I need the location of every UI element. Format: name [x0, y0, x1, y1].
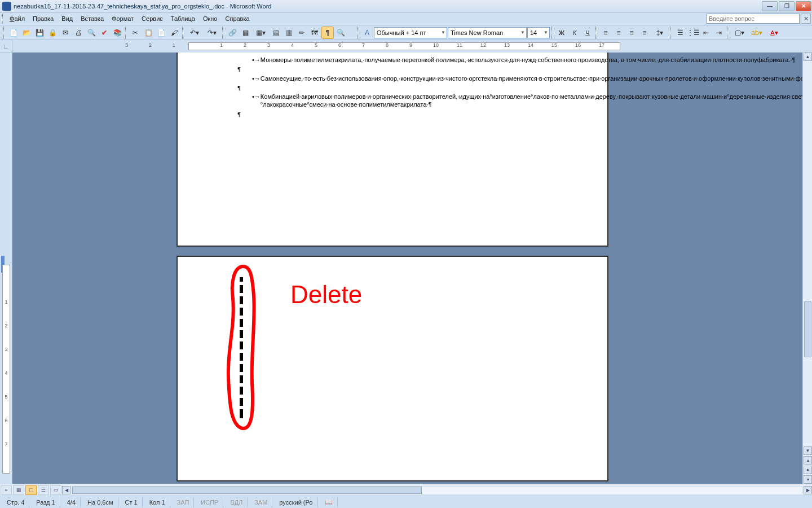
italic-button[interactable]: К [568, 27, 581, 39]
svg-rect-9 [240, 372, 243, 375]
bullets-button[interactable]: ⋮☰ [687, 27, 699, 39]
size-combo[interactable]: 14▼ [527, 27, 550, 38]
status-line[interactable]: Ст 1 [121, 497, 143, 507]
menu-edit[interactable]: Правка [29, 14, 58, 24]
drawing-button[interactable]: ✏ [295, 27, 308, 39]
status-page[interactable]: Стр. 4 [2, 497, 29, 507]
borders-button[interactable]: ▢▾ [731, 27, 748, 39]
vertical-scrollbar[interactable]: ▲ ▼ ▴ ● ▾ [802, 52, 812, 484]
svg-rect-1 [240, 282, 243, 285]
next-page-button[interactable]: ▾ [804, 475, 812, 484]
close-button[interactable]: ✕ [796, 1, 811, 11]
doc-paragraph[interactable]: Комбинацией·акриловых·полимеров·и·органи… [261, 93, 802, 109]
highlight-button[interactable]: ab▾ [748, 27, 765, 39]
align-center-button[interactable]: ≡ [612, 27, 625, 39]
doc-close-button[interactable]: ✕ [801, 14, 811, 24]
status-pages[interactable]: 4/4 [63, 497, 81, 507]
indent-button[interactable]: ⇥ [713, 27, 725, 39]
help-search-input[interactable] [707, 14, 800, 24]
new-doc-button[interactable]: 📄 [7, 27, 20, 39]
page-previous[interactable]: •→Мономеры·полиметилметакрилата,·получае… [176, 52, 608, 247]
status-ovr[interactable]: ЗАМ [250, 497, 272, 507]
annotation-overlay: Delete [223, 265, 268, 435]
reading-view-button[interactable]: ▭ [50, 485, 61, 495]
vertical-ruler[interactable]: 1234567 [0, 52, 12, 484]
doc-paragraph[interactable]: Мономеры·полиметилметакрилата,·получаемы… [261, 56, 796, 64]
format-painter-button[interactable]: 🖌 [168, 27, 180, 39]
permission-button[interactable]: 🔒 [46, 27, 59, 39]
prev-page-button[interactable]: ▴ [804, 456, 812, 465]
menu-window[interactable]: Окно [199, 14, 222, 24]
normal-view-button[interactable]: ≡ [1, 485, 12, 495]
tables-borders-button[interactable]: ▦ [239, 27, 251, 39]
align-justify-button[interactable]: ≡ [638, 27, 651, 39]
numbering-button[interactable]: ☰ [674, 27, 686, 39]
status-col[interactable]: Кол 1 [145, 497, 170, 507]
styles-pane-button[interactable]: A [361, 27, 373, 39]
align-right-button[interactable]: ≡ [625, 27, 638, 39]
bold-button[interactable]: Ж [555, 27, 568, 39]
scroll-down-button[interactable]: ▼ [804, 446, 812, 455]
hscroll-right-button[interactable]: ▶ [804, 486, 812, 494]
hscroll-thumb[interactable] [72, 487, 422, 494]
print-view-button[interactable]: ▢ [25, 485, 37, 495]
menu-table[interactable]: Таблица [167, 14, 199, 24]
hscroll-track[interactable] [72, 486, 802, 494]
undo-button[interactable]: ↶▾ [186, 27, 203, 39]
pilcrow-mark: ¶ [237, 84, 581, 91]
research-button[interactable]: 📚 [111, 27, 123, 39]
outdent-button[interactable]: ⇤ [700, 27, 712, 39]
web-view-button[interactable]: ▦ [13, 485, 24, 495]
hscroll-left-button[interactable]: ◀ [62, 486, 70, 494]
scroll-up-button[interactable]: ▲ [804, 52, 812, 61]
pilcrow-button[interactable]: ¶ [321, 27, 334, 39]
status-ext[interactable]: ВДЛ [226, 497, 248, 507]
menu-insert[interactable]: Вставка [77, 14, 108, 24]
spell-button[interactable]: ✔ [98, 27, 111, 39]
open-button[interactable]: 📂 [20, 27, 33, 39]
status-spellcheck-icon[interactable]: 📖 [320, 497, 338, 507]
page-current[interactable]: Delete [176, 256, 608, 481]
svg-rect-10 [240, 383, 243, 387]
status-section[interactable]: Разд 1 [32, 497, 60, 507]
columns-button[interactable]: ▥ [283, 27, 295, 39]
mail-button[interactable]: ✉ [59, 27, 72, 39]
line-spacing-button[interactable]: ‡▾ [651, 27, 668, 39]
document-canvas[interactable]: •→Мономеры·полиметилметакрилата,·получае… [12, 52, 802, 484]
copy-button[interactable]: 📋 [142, 27, 155, 39]
horizontal-ruler[interactable]: 3211234567891011121314151617 [12, 40, 812, 52]
status-lang[interactable]: русский (Ро [275, 497, 317, 507]
minimize-button[interactable]: — [762, 1, 778, 11]
insert-table-button[interactable]: ▦▾ [252, 27, 269, 39]
align-left-button[interactable]: ≡ [599, 27, 612, 39]
font-combo[interactable]: Times New Roman▼ [448, 27, 527, 38]
menu-file[interactable]: Файл [6, 14, 29, 24]
status-rec[interactable]: ЗАП [173, 497, 195, 507]
preview-button[interactable]: 🔍 [85, 27, 98, 39]
menu-format[interactable]: Формат [108, 14, 138, 24]
redo-button[interactable]: ↷▾ [204, 27, 220, 39]
zoom-fit-button[interactable]: 🔍 [334, 27, 347, 39]
menu-view[interactable]: Вид [58, 14, 77, 24]
font-color-button[interactable]: A▾ [766, 27, 783, 39]
excel-button[interactable]: ▤ [270, 27, 282, 39]
toolbar: 📄 📂 💾 🔒 ✉ 🖨 🔍 ✔ 📚 ✂ 📋 📄 🖌 ↶▾ ↷▾ 🔗 ▦ ▦▾ ▤… [0, 25, 812, 40]
status-at[interactable]: На 0,6см [83, 497, 118, 507]
maximize-button[interactable]: ❐ [779, 1, 795, 11]
menu-help[interactable]: Справка [221, 14, 253, 24]
browse-object-button[interactable]: ● [804, 466, 812, 474]
doc-paragraph[interactable]: Самонесущие,·то·есть·без·использования·о… [261, 75, 802, 82]
save-button[interactable]: 💾 [33, 27, 46, 39]
scroll-thumb[interactable] [804, 301, 811, 357]
tab-selector[interactable]: ∟ [0, 40, 12, 52]
paste-button[interactable]: 📄 [155, 27, 167, 39]
menu-service[interactable]: Сервис [138, 14, 167, 24]
status-trk[interactable]: ИСПР [196, 497, 223, 507]
hyperlink-button[interactable]: 🔗 [226, 27, 239, 39]
print-button[interactable]: 🖨 [72, 27, 85, 39]
cut-button[interactable]: ✂ [129, 27, 142, 39]
underline-button[interactable]: Ч [581, 27, 594, 39]
outline-view-button[interactable]: ☰ [38, 485, 49, 495]
style-combo[interactable]: Обычный + 14 пт▼ [374, 27, 447, 38]
docmap-button[interactable]: 🗺 [308, 27, 321, 39]
